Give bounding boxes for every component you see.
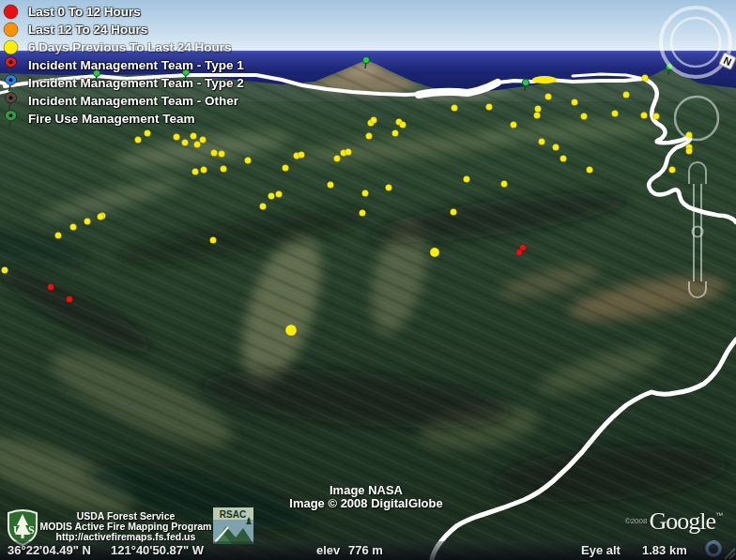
legend: Last 0 To 12 Hours Last 12 To 24 Hours 6…: [3, 3, 244, 128]
longitude-readout: 121°40'50.87" W: [111, 543, 204, 557]
fire-dot-yellow[interactable]: [345, 149, 352, 156]
usda-line3[interactable]: http://activefiremaps.fs.fed.us: [39, 532, 212, 542]
fire-dot-yellow[interactable]: [200, 137, 207, 144]
fire-dot-yellow[interactable]: [260, 204, 267, 210]
legend-item-0-12h: Last 0 To 12 Hours: [3, 3, 244, 21]
svg-text:S: S: [28, 523, 35, 537]
rsac-logo: RSAC: [213, 507, 253, 544]
google-earth-window: N Last 0 To 12 Hours Last 12 To 24 H: [0, 0, 736, 560]
fire-dot-yellow[interactable]: [400, 122, 406, 129]
legend-label: Last 0 To 12 Hours: [28, 5, 141, 19]
legend-label: Incident Management Team - Type 1: [28, 58, 244, 72]
fire-dot-yellow[interactable]: [464, 176, 470, 183]
fire-dot-yellow[interactable]: [182, 140, 189, 146]
fire-dot-yellow[interactable]: [553, 144, 560, 151]
fire-dot-yellow[interactable]: [219, 151, 225, 158]
fire-dot-yellow[interactable]: [210, 237, 217, 244]
fire-dot-yellow[interactable]: [360, 210, 366, 217]
fire-dot-yellow[interactable]: [283, 165, 289, 172]
fire-dot-red[interactable]: [48, 284, 54, 291]
fire-dot-yellow-large[interactable]: [430, 248, 439, 257]
fire-dot-yellow[interactable]: [211, 150, 218, 157]
fire-dot-yellow[interactable]: [486, 104, 493, 111]
legend-label: Fire Use Management Team: [28, 112, 195, 126]
fire-dot-yellow[interactable]: [545, 94, 552, 100]
legend-item-imt-other: Incident Management Team - Other: [3, 92, 244, 110]
fire-dot-yellow[interactable]: [191, 133, 197, 140]
fire-dot-yellow[interactable]: [201, 167, 207, 174]
fire-dot-yellow[interactable]: [194, 142, 201, 148]
fire-dot-red[interactable]: [67, 296, 73, 303]
fire-dot-yellow[interactable]: [145, 130, 151, 137]
eye-altitude-label: Eye alt: [581, 543, 621, 557]
legend-item-12-24h: Last 12 To 24 Hours: [3, 21, 244, 38]
fire-dot-yellow[interactable]: [642, 75, 649, 82]
legend-label: Incident Management Team - Other: [28, 94, 238, 108]
fire-dot-yellow[interactable]: [366, 133, 373, 140]
fire-dot-yellow[interactable]: [669, 167, 676, 174]
usda-shield-logo: U S: [7, 507, 38, 546]
svg-text:U: U: [13, 523, 22, 537]
fire-dot-yellow[interactable]: [451, 209, 457, 216]
latitude-readout: 36°22'04.49" N: [8, 543, 91, 557]
fire-dot-yellow[interactable]: [653, 114, 660, 120]
legend-item-imt-type2: Incident Management Team - Type 2: [3, 74, 244, 92]
fire-dot-yellow[interactable]: [560, 156, 567, 162]
fire-dot-yellow[interactable]: [135, 137, 142, 144]
fire-dot-yellow[interactable]: [98, 214, 104, 220]
fire-dot-yellow[interactable]: [501, 181, 508, 188]
legend-label: Incident Management Team - Type 2: [28, 76, 244, 90]
fire-dot-yellow[interactable]: [392, 130, 399, 137]
pushpin-brown-icon: [3, 92, 19, 110]
fire-dot-yellow[interactable]: [192, 169, 199, 175]
fire-dot-yellow[interactable]: [174, 134, 180, 141]
google-logo: ©2008Google™: [625, 507, 723, 536]
fire-dot-yellow[interactable]: [276, 191, 283, 198]
fire-dot-yellow[interactable]: [535, 106, 542, 113]
fire-dot-red-icon: [3, 3, 19, 21]
fire-dot-yellow[interactable]: [572, 99, 578, 106]
fire-dot-yellow[interactable]: [587, 167, 593, 174]
legend-label: 6 Days Previous To Last 24 Hours: [28, 40, 232, 54]
eye-altitude-value: 1.83 km: [642, 543, 687, 557]
legend-item-6day: 6 Days Previous To Last 24 Hours: [3, 38, 244, 56]
fire-dot-yellow[interactable]: [623, 92, 630, 98]
fire-dot-yellow[interactable]: [371, 117, 377, 124]
usda-text-block: USDA Forest Service MODIS Active Fire Ma…: [39, 511, 212, 542]
fire-dot-yellow-large[interactable]: [285, 325, 297, 336]
elevation-label: elev: [316, 543, 340, 557]
fire-dot-yellow[interactable]: [386, 185, 392, 191]
fire-dot-yellow[interactable]: [268, 193, 275, 200]
fire-dot-yellow-icon: [3, 38, 19, 56]
elevation-value: 776 m: [348, 543, 383, 557]
fire-dot-yellow[interactable]: [221, 166, 227, 173]
fire-dot-yellow[interactable]: [2, 267, 8, 274]
fire-dot-yellow[interactable]: [84, 219, 91, 225]
fire-dot-yellow[interactable]: [534, 113, 541, 119]
fire-dot-yellow[interactable]: [581, 114, 588, 120]
svg-text:RSAC: RSAC: [220, 509, 246, 520]
google-tm: ™: [715, 511, 723, 520]
fire-dot-yellow[interactable]: [245, 158, 252, 164]
google-copyright: ©2008: [625, 517, 648, 525]
legend-label: Last 12 To 24 Hours: [28, 23, 147, 37]
pushpin-red-icon: [3, 56, 19, 74]
fire-dot-orange-icon: [3, 21, 19, 38]
fire-dot-yellow[interactable]: [362, 190, 369, 197]
fire-dot-yellow[interactable]: [328, 182, 334, 189]
fire-dot-yellow[interactable]: [612, 111, 619, 117]
fire-dot-yellow[interactable]: [539, 139, 545, 145]
fire-dot-yellow[interactable]: [511, 122, 517, 129]
fire-dot-yellow[interactable]: [299, 152, 305, 159]
fire-dot-yellow[interactable]: [452, 105, 458, 112]
pushpin-blue-icon: [3, 74, 19, 92]
pushpin-green-icon: [3, 110, 19, 128]
fire-dot-yellow[interactable]: [641, 113, 648, 119]
imagery-attribution: Image NASA Image © 2008 DigitalGlobe: [235, 484, 498, 510]
fire-dot-yellow[interactable]: [334, 156, 341, 162]
fire-streak-yellow[interactable]: [532, 76, 557, 83]
fire-dot-yellow[interactable]: [686, 148, 693, 155]
fire-dot-yellow[interactable]: [55, 233, 62, 239]
fire-dot-yellow[interactable]: [70, 224, 77, 231]
fire-dot-red[interactable]: [516, 250, 523, 256]
